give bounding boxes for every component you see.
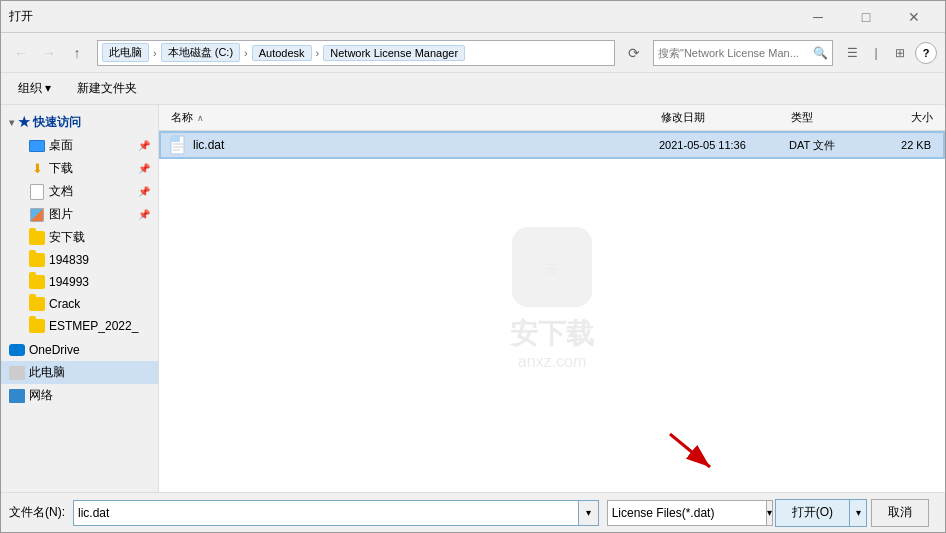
filename-input[interactable] xyxy=(73,500,579,526)
breadcrumb-sep-1: › xyxy=(153,47,157,59)
breadcrumb-autodesk[interactable]: Autodesk xyxy=(252,45,312,61)
search-bar: 🔍 xyxy=(653,40,833,66)
help-button[interactable]: ? xyxy=(915,42,937,64)
quick-access-label: ★ 快速访问 xyxy=(18,114,81,131)
estmep-label: ESTMEP_2022_ xyxy=(49,319,138,333)
back-button[interactable]: ← xyxy=(9,41,33,65)
crack-label: Crack xyxy=(49,297,80,311)
refresh-button[interactable]: ⟳ xyxy=(623,42,645,64)
documents-icon xyxy=(29,184,45,200)
folder-anxz-icon xyxy=(29,230,45,246)
sidebar-item-anxz[interactable]: 安下载 xyxy=(1,226,158,249)
action-buttons: 打开(O) ▾ 取消 xyxy=(775,499,929,527)
organize-button[interactable]: 组织 ▾ xyxy=(9,77,60,101)
expand-icon: ▾ xyxy=(9,117,14,128)
onedrive-icon xyxy=(9,342,25,358)
view-details-button[interactable]: ☰ xyxy=(841,42,863,64)
column-name[interactable]: 名称 ∧ xyxy=(167,110,657,125)
new-folder-label: 新建文件夹 xyxy=(77,81,137,95)
folder-estmep-icon xyxy=(29,318,45,334)
open-button[interactable]: 打开(O) xyxy=(775,499,849,527)
dialog-title: 打开 xyxy=(9,8,795,25)
address-bar: 此电脑 › 本地磁盘 (C:) › Autodesk › Network Lic… xyxy=(97,40,615,66)
filetype-input[interactable] xyxy=(607,500,767,526)
forward-button[interactable]: → xyxy=(37,41,61,65)
new-folder-button[interactable]: 新建文件夹 xyxy=(68,77,146,101)
file-name: lic.dat xyxy=(193,138,655,152)
watermark-shield-icon: 安 xyxy=(527,242,577,292)
filename-dropdown-button[interactable]: ▾ xyxy=(579,500,599,526)
file-document-icon xyxy=(170,135,188,155)
sort-arrow-icon: ∧ xyxy=(197,113,204,123)
194993-label: 194993 xyxy=(49,275,89,289)
sidebar-item-onedrive[interactable]: OneDrive xyxy=(1,339,158,361)
main-content: ▾ ★ 快速访问 桌面 📌 ⬇ 下载 📌 xyxy=(1,105,945,492)
sidebar-item-estmep[interactable]: ESTMEP_2022_ xyxy=(1,315,158,337)
sidebar-item-pictures[interactable]: 图片 📌 xyxy=(1,203,158,226)
breadcrumb-drive[interactable]: 本地磁盘 (C:) xyxy=(161,43,240,62)
download-icon: ⬇ xyxy=(29,161,45,177)
computer-icon xyxy=(9,365,25,381)
breadcrumb-sep-2: › xyxy=(244,47,248,59)
minimize-button[interactable]: ─ xyxy=(795,5,841,29)
quick-access-section: ▾ ★ 快速访问 桌面 📌 ⬇ 下载 📌 xyxy=(1,109,158,339)
sidebar-item-download[interactable]: ⬇ 下载 📌 xyxy=(1,157,158,180)
folder-194839-icon xyxy=(29,252,45,268)
window-controls: ─ □ ✕ xyxy=(795,5,937,29)
sidebar-item-crack[interactable]: Crack xyxy=(1,293,158,315)
pictures-icon xyxy=(29,207,45,223)
address-toolbar: ← → ↑ 此电脑 › 本地磁盘 (C:) › Autodesk › Netwo… xyxy=(1,33,945,73)
maximize-button[interactable]: □ xyxy=(843,5,889,29)
file-type: DAT 文件 xyxy=(785,138,865,153)
cancel-button[interactable]: 取消 xyxy=(871,499,929,527)
svg-text:安: 安 xyxy=(545,261,559,277)
filetype-wrapper: ▾ xyxy=(607,500,767,526)
filename-input-wrapper: ▾ xyxy=(73,500,599,526)
close-button[interactable]: ✕ xyxy=(891,5,937,29)
sidebar-item-194993[interactable]: 194993 xyxy=(1,271,158,293)
sidebar-item-network[interactable]: 网络 xyxy=(1,384,158,407)
desktop-label: 桌面 xyxy=(49,137,73,154)
network-label: 网络 xyxy=(29,387,53,404)
file-list-header: 名称 ∧ 修改日期 类型 大小 xyxy=(159,105,945,131)
anxz-label: 安下载 xyxy=(49,229,85,246)
column-type[interactable]: 类型 xyxy=(787,110,867,125)
desktop-icon xyxy=(29,138,45,154)
sidebar-item-documents[interactable]: 文档 📌 xyxy=(1,180,158,203)
breadcrumb-nlm[interactable]: Network License Manager xyxy=(323,45,465,61)
search-icon[interactable]: 🔍 xyxy=(813,46,828,60)
view-controls: ☰ | ⊞ xyxy=(841,42,911,64)
title-bar: 打开 ─ □ ✕ xyxy=(1,1,945,33)
search-input[interactable] xyxy=(658,47,813,59)
up-button[interactable]: ↑ xyxy=(65,41,89,65)
watermark-logo: 安 xyxy=(512,227,592,307)
file-row-licdat[interactable]: lic.dat 2021-05-05 11:36 DAT 文件 22 KB xyxy=(159,131,945,159)
pin-icon-docs: 📌 xyxy=(138,186,150,197)
pin-icon-pics: 📌 xyxy=(138,209,150,220)
pin-icon-desktop: 📌 xyxy=(138,140,150,151)
file-list: 安 安下载 anxz.com 名称 ∧ 修改日期 类型 大 xyxy=(159,105,945,492)
breadcrumb-sep-3: › xyxy=(316,47,320,59)
watermark: 安 安下载 anxz.com xyxy=(510,227,594,371)
open-button-group: 打开(O) ▾ xyxy=(775,499,867,527)
watermark-url: anxz.com xyxy=(518,353,586,371)
breadcrumb-pc[interactable]: 此电脑 xyxy=(102,43,149,62)
pin-icon-download: 📌 xyxy=(138,163,150,174)
view-tiles-button[interactable]: ⊞ xyxy=(889,42,911,64)
sidebar-item-this-pc[interactable]: 此电脑 xyxy=(1,361,158,384)
view-separator: | xyxy=(865,42,887,64)
quick-access-header[interactable]: ▾ ★ 快速访问 xyxy=(1,111,158,134)
network-icon xyxy=(9,388,25,404)
svg-rect-2 xyxy=(171,136,180,142)
column-size[interactable]: 大小 xyxy=(867,110,937,125)
sidebar-item-194839[interactable]: 194839 xyxy=(1,249,158,271)
open-dropdown-button[interactable]: ▾ xyxy=(849,499,867,527)
filetype-dropdown-button[interactable]: ▾ xyxy=(767,500,773,526)
open-dialog: 打开 ─ □ ✕ ← → ↑ 此电脑 › 本地磁盘 (C:) › Autodes… xyxy=(0,0,946,533)
watermark-text: 安下载 xyxy=(510,315,594,353)
sidebar-item-desktop[interactable]: 桌面 📌 xyxy=(1,134,158,157)
194839-label: 194839 xyxy=(49,253,89,267)
column-date[interactable]: 修改日期 xyxy=(657,110,787,125)
folder-crack-icon xyxy=(29,296,45,312)
breadcrumb: 此电脑 › 本地磁盘 (C:) › Autodesk › Network Lic… xyxy=(102,43,465,62)
